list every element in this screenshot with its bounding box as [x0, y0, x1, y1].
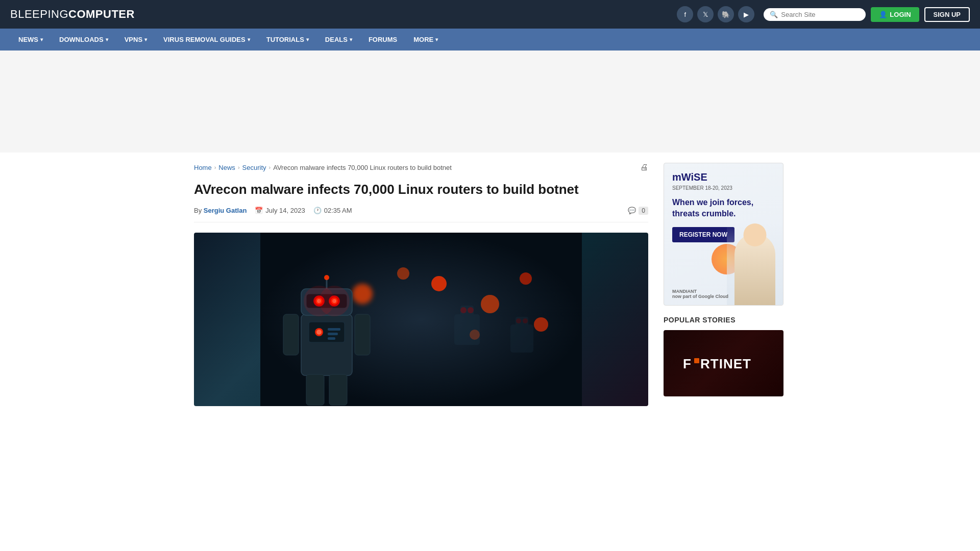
- twitter-icon[interactable]: 𝕏: [697, 6, 714, 22]
- search-input[interactable]: [781, 11, 860, 18]
- main-container: Home › News › Security › AVrecon malware…: [184, 153, 796, 416]
- sidebar-ad-logo: mWiSE: [672, 171, 775, 183]
- person-head: [744, 223, 767, 246]
- svg-point-17: [523, 318, 528, 323]
- breadcrumb-current: AVrecon malware infects 70,000 Linux rou…: [273, 164, 452, 171]
- breadcrumb-home[interactable]: Home: [194, 164, 212, 171]
- article-date: 📅 July 14, 2023: [255, 207, 305, 214]
- nav-news[interactable]: NEWS ▾: [10, 29, 51, 51]
- sidebar-ad-register-button[interactable]: REGISTER NOW: [672, 227, 734, 242]
- chevron-down-icon: ▾: [40, 37, 43, 42]
- nav-vpns[interactable]: VPNS ▾: [116, 29, 155, 51]
- sidebar-ad-footer: MANDIANT now part of Google Cloud: [672, 289, 728, 299]
- chevron-down-icon: ▾: [248, 37, 250, 42]
- popular-stories-title: POPULAR STORIES: [664, 316, 786, 324]
- breadcrumb-separator: ›: [238, 164, 240, 170]
- nav-deals[interactable]: DEALS ▾: [317, 29, 360, 51]
- chevron-down-icon: ▾: [106, 37, 108, 42]
- nav-news-label: NEWS: [18, 36, 38, 43]
- svg-rect-44: [694, 358, 699, 363]
- search-box: 🔍: [764, 8, 866, 21]
- svg-rect-39: [306, 374, 324, 405]
- comment-icon: 💬: [628, 207, 636, 214]
- svg-point-5: [534, 317, 548, 332]
- svg-point-2: [431, 276, 447, 291]
- popular-story-image[interactable]: F RTINET: [664, 330, 783, 396]
- comments-count: 0: [639, 207, 648, 215]
- nav-forums[interactable]: FORUMS: [360, 29, 405, 51]
- article-author: By Sergiu Gatlan: [194, 207, 247, 214]
- svg-rect-24: [328, 337, 335, 340]
- sidebar-ad: mWiSE SEPTEMBER 18-20, 2023 When we join…: [664, 163, 783, 306]
- login-button[interactable]: 👤 LOGIN: [871, 7, 919, 22]
- chevron-down-icon: ▾: [144, 37, 147, 42]
- logo-bold-text: COMPUTER: [68, 8, 135, 20]
- logo-light-text: BLEEPING: [10, 8, 68, 20]
- fortinet-logo-svg: F RTINET: [683, 353, 765, 373]
- ad-footer-sub: now part of Google Cloud: [672, 294, 728, 299]
- youtube-icon[interactable]: ▶: [738, 6, 754, 22]
- nav-downloads-label: DOWNLOADS: [59, 36, 104, 43]
- svg-point-12: [460, 307, 467, 313]
- nav-tutorials[interactable]: TUTORIALS ▾: [258, 29, 317, 51]
- nav-vpns-label: VPNS: [125, 36, 142, 43]
- article-hero-image: [194, 233, 648, 406]
- svg-point-36: [324, 275, 329, 280]
- ad-logo-text: mWiSE: [672, 171, 707, 183]
- article-meta: By Sergiu Gatlan 📅 July 14, 2023 🕐 02:35…: [194, 207, 648, 222]
- site-header: BLEEPINGCOMPUTER f 𝕏 🐘 ▶ 🔍 👤 LOGIN SIGN …: [0, 0, 980, 29]
- print-icon[interactable]: 🖨: [640, 163, 648, 172]
- main-nav: NEWS ▾ DOWNLOADS ▾ VPNS ▾ VIRUS REMOVAL …: [0, 29, 980, 51]
- svg-rect-19: [309, 322, 345, 342]
- ad-footer-brand: MANDIANT: [672, 289, 728, 294]
- signup-button[interactable]: SIGN UP: [924, 7, 970, 22]
- breadcrumb-separator: ›: [214, 164, 216, 170]
- site-logo[interactable]: BLEEPINGCOMPUTER: [10, 8, 135, 21]
- breadcrumb-separator: ›: [269, 164, 271, 170]
- nav-more[interactable]: MORE ▾: [405, 29, 446, 51]
- svg-rect-23: [328, 333, 338, 335]
- chevron-down-icon: ▾: [435, 37, 438, 42]
- search-icon: 🔍: [770, 11, 778, 18]
- nav-forums-label: FORUMS: [369, 36, 397, 43]
- svg-point-1: [352, 284, 373, 304]
- time-text: 02:35 AM: [324, 207, 352, 214]
- svg-point-21: [316, 330, 322, 335]
- svg-rect-22: [328, 328, 340, 331]
- nav-downloads[interactable]: DOWNLOADS ▾: [51, 29, 116, 51]
- article-time: 🕐 02:35 AM: [313, 207, 352, 214]
- sidebar-ad-date: SEPTEMBER 18-20, 2023: [672, 185, 775, 191]
- sidebar-column: mWiSE SEPTEMBER 18-20, 2023 When we join…: [664, 163, 786, 406]
- person-silhouette: [734, 234, 775, 305]
- sidebar-ad-headline: When we join forces, threats crumble.: [672, 197, 775, 220]
- mastodon-icon[interactable]: 🐘: [718, 6, 734, 22]
- signup-label: SIGN UP: [934, 11, 961, 18]
- content-layout: Home › News › Security › AVrecon malware…: [194, 163, 786, 406]
- svg-rect-40: [329, 374, 347, 405]
- author-link[interactable]: Sergiu Gatlan: [204, 207, 247, 214]
- login-label: LOGIN: [890, 11, 911, 18]
- date-text: July 14, 2023: [265, 207, 305, 214]
- svg-rect-14: [510, 324, 533, 353]
- top-ad-banner: [0, 51, 980, 153]
- article-comments[interactable]: 💬 0: [628, 207, 648, 215]
- social-icons-group: f 𝕏 🐘 ▶: [677, 6, 754, 22]
- svg-text:RTINET: RTINET: [700, 356, 751, 371]
- breadcrumb-news[interactable]: News: [218, 164, 235, 171]
- article-title: AVrecon malware infects 70,000 Linux rou…: [194, 181, 648, 198]
- svg-point-4: [520, 272, 532, 285]
- svg-rect-10: [454, 314, 480, 345]
- svg-point-16: [516, 318, 521, 323]
- breadcrumb-security[interactable]: Security: [242, 164, 266, 171]
- nav-tutorials-label: TUTORIALS: [266, 36, 304, 43]
- svg-point-8: [397, 267, 409, 280]
- hero-svg: [194, 233, 648, 406]
- svg-point-42: [319, 286, 350, 316]
- facebook-icon[interactable]: f: [677, 6, 693, 22]
- chevron-down-icon: ▾: [306, 37, 309, 42]
- clock-icon: 🕐: [313, 207, 322, 214]
- sidebar-ad-person-graphic: [727, 223, 783, 305]
- breadcrumb: Home › News › Security › AVrecon malware…: [194, 163, 648, 172]
- header-right: f 𝕏 🐘 ▶ 🔍 👤 LOGIN SIGN UP: [677, 6, 970, 22]
- nav-virus-removal[interactable]: VIRUS REMOVAL GUIDES ▾: [155, 29, 258, 51]
